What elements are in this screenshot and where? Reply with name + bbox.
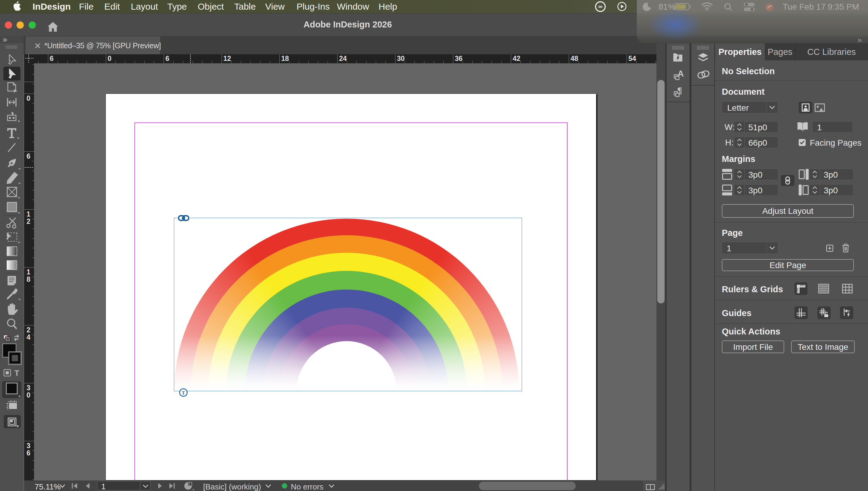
svg-text:∞: ∞ [598, 3, 602, 10]
svg-text:T: T [182, 390, 185, 396]
svg-text:T: T [14, 369, 19, 378]
